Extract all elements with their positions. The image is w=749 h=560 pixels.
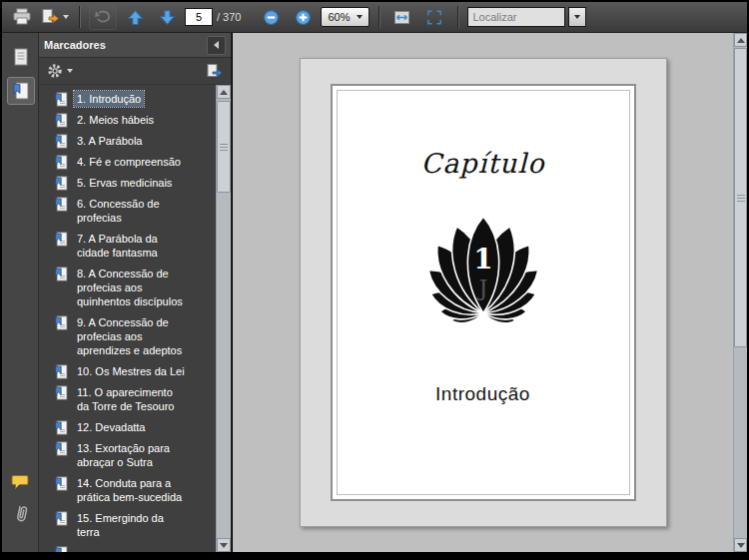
bookmark-icon bbox=[55, 113, 68, 128]
document-view[interactable]: Capítulo bbox=[233, 33, 733, 552]
bookmark-item[interactable]: 5. Ervas medicinais bbox=[55, 175, 216, 191]
bookmark-item[interactable]: 3. A Parábola bbox=[55, 133, 216, 149]
chapter-number-watermark: J bbox=[476, 275, 487, 300]
collapse-panel-icon bbox=[214, 41, 219, 49]
bookmark-item[interactable]: 8. A Concessão de profecias aos quinhent… bbox=[55, 266, 216, 309]
options-gear-icon bbox=[47, 63, 63, 79]
scroll-up-button[interactable] bbox=[217, 85, 231, 99]
page-thumbnails-button[interactable] bbox=[7, 43, 35, 71]
bookmark-label: 6. Concessão de profecias bbox=[74, 196, 190, 226]
zoom-level-select[interactable]: 60% bbox=[321, 7, 369, 27]
bookmark-item[interactable]: 10. Os Mestres da Lei bbox=[55, 363, 216, 379]
bookmark-item[interactable]: 1. Introdução bbox=[55, 91, 216, 107]
chapter-number: 1 bbox=[473, 243, 492, 276]
fit-width-button[interactable] bbox=[388, 4, 416, 30]
bookmark-label: 13. Exortação para abraçar o Sutra bbox=[74, 440, 190, 470]
thumb-grip bbox=[220, 144, 228, 151]
attachments-icon bbox=[12, 504, 30, 524]
collapse-panel-button[interactable] bbox=[207, 36, 226, 55]
options-menu-button[interactable] bbox=[47, 63, 73, 79]
bookmark-label: 14. Conduta para a prática bem-sucedida bbox=[74, 475, 190, 505]
print-icon bbox=[12, 8, 32, 26]
scroll-up-button[interactable] bbox=[734, 33, 747, 47]
bookmark-icon bbox=[55, 364, 68, 379]
bookmark-icon bbox=[55, 197, 68, 212]
caret-down-icon bbox=[63, 15, 69, 19]
export-icon bbox=[41, 8, 60, 26]
scroll-down-button[interactable] bbox=[734, 538, 747, 552]
scrollbar-thumb[interactable] bbox=[217, 101, 231, 193]
zoom-out-button[interactable] bbox=[257, 4, 285, 30]
arrow-down-icon bbox=[220, 543, 228, 548]
bookmark-item[interactable]: 14. Conduta para a prática bem-sucedida bbox=[55, 475, 216, 505]
bookmark-icon bbox=[55, 385, 68, 400]
bookmark-icon bbox=[55, 315, 68, 330]
caret-down-icon bbox=[357, 15, 363, 19]
arrow-up-icon bbox=[737, 38, 745, 43]
toolbar-separator bbox=[79, 6, 80, 28]
bookmarks-panel-button[interactable] bbox=[7, 77, 35, 105]
bookmark-item[interactable]: 4. Fé e compreensão bbox=[55, 154, 216, 170]
chapter-title: Introdução bbox=[333, 383, 634, 405]
bookmark-icon bbox=[55, 511, 68, 526]
fit-screen-icon bbox=[425, 9, 443, 26]
bookmarks-panel-icon bbox=[12, 81, 30, 101]
bookmark-item[interactable]: 11. O aparecimento da Torre de Tesouro bbox=[55, 384, 216, 414]
bookmark-item[interactable]: 2. Meios hábeis bbox=[55, 112, 216, 128]
comments-icon bbox=[11, 473, 31, 491]
bookmarks-panel-toolbar bbox=[39, 58, 231, 85]
bookmark-label: 15. Emergindo da terra bbox=[74, 510, 190, 540]
print-button[interactable] bbox=[8, 4, 36, 30]
page-number-input[interactable] bbox=[185, 8, 213, 26]
bookmark-label: 8. A Concessão de profecias aos quinhent… bbox=[74, 266, 190, 309]
toolbar-separator bbox=[457, 6, 458, 28]
document-scrollbar[interactable] bbox=[733, 33, 747, 552]
expand-bookmark-icon bbox=[206, 63, 223, 79]
bookmarks-scrollbar[interactable] bbox=[216, 85, 231, 552]
previous-view-icon bbox=[94, 9, 112, 25]
page-count-label: / 370 bbox=[217, 11, 241, 23]
find-input[interactable] bbox=[467, 7, 565, 27]
bookmark-icon bbox=[55, 476, 68, 491]
navigation-pane-strip bbox=[2, 33, 39, 552]
bookmark-label: 9. A Concessão de profecias aos aprendiz… bbox=[74, 314, 190, 358]
find-options-button[interactable] bbox=[568, 7, 586, 27]
bookmark-item[interactable]: 9. A Concessão de profecias aos aprendiz… bbox=[55, 314, 216, 358]
bookmark-item[interactable]: 13. Exortação para abraçar o Sutra bbox=[55, 440, 216, 470]
expand-current-bookmark-button[interactable] bbox=[206, 63, 223, 79]
bookmark-icon bbox=[55, 232, 68, 247]
bookmark-icon bbox=[55, 441, 68, 456]
bookmark-item[interactable]: 15. Emergindo da terra bbox=[55, 510, 216, 540]
zoom-in-button[interactable] bbox=[289, 4, 317, 30]
bookmark-label bbox=[74, 545, 80, 547]
panel-title: Marcadores bbox=[44, 39, 106, 51]
previous-page-button[interactable] bbox=[121, 4, 149, 30]
bookmark-icon bbox=[55, 92, 68, 107]
bookmark-icon bbox=[55, 176, 68, 191]
bookmark-label: 5. Ervas medicinais bbox=[74, 175, 175, 191]
arrow-down-icon bbox=[737, 543, 745, 548]
previous-view-button[interactable] bbox=[89, 4, 117, 30]
bookmark-item[interactable] bbox=[55, 545, 216, 552]
bookmark-icon bbox=[55, 155, 68, 170]
page-frame: Capítulo bbox=[331, 84, 636, 501]
scroll-down-button[interactable] bbox=[217, 538, 231, 552]
bookmark-item[interactable]: 7. A Parábola da cidade fantasma bbox=[55, 231, 216, 261]
comments-button[interactable] bbox=[7, 468, 35, 496]
fit-screen-button[interactable] bbox=[420, 4, 448, 30]
bookmark-item[interactable]: 6. Concessão de profecias bbox=[55, 196, 216, 226]
lotus-illustration: 1 J bbox=[393, 192, 573, 323]
export-button[interactable] bbox=[40, 4, 70, 30]
toolbar: / 370 60% bbox=[2, 2, 747, 33]
zoom-level-label: 60% bbox=[328, 11, 350, 23]
arrow-up-icon bbox=[220, 90, 228, 95]
attachments-button[interactable] bbox=[7, 500, 35, 528]
bookmark-item[interactable]: 12. Devadatta bbox=[55, 419, 216, 435]
pdf-reader-window: / 370 60% bbox=[0, 0, 749, 560]
next-page-button[interactable] bbox=[153, 4, 181, 30]
bookmark-label: 4. Fé e compreensão bbox=[74, 154, 184, 170]
bookmark-icon bbox=[55, 134, 68, 149]
bookmark-label: 12. Devadatta bbox=[74, 419, 149, 435]
chapter-label: Capítulo bbox=[333, 148, 634, 179]
scrollbar-thumb[interactable] bbox=[734, 48, 747, 347]
